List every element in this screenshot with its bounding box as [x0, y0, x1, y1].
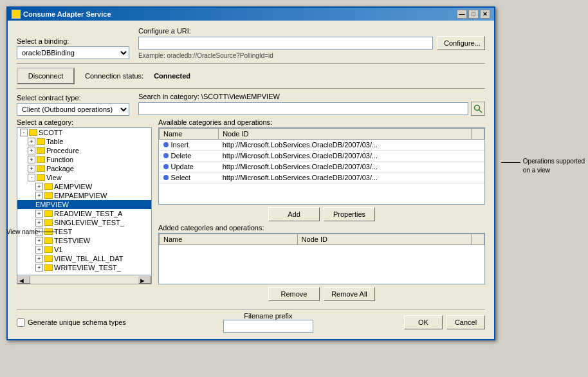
- tree-item-scott[interactable]: - SCOTT: [17, 128, 151, 137]
- expand-icon-aempview[interactable]: +: [35, 183, 43, 190]
- status-value: Connected: [154, 72, 190, 80]
- category-tree[interactable]: - SCOTT + Table +: [17, 127, 152, 275]
- category-label: Select a category:: [17, 118, 152, 126]
- expand-icon-table[interactable]: +: [28, 138, 35, 145]
- folder-icon-function: [37, 156, 45, 163]
- op-dot-insert: [163, 142, 169, 147]
- op-dot-select: [163, 175, 169, 180]
- expand-icon-v1[interactable]: +: [35, 246, 43, 253]
- row-update-name: Update: [171, 163, 194, 170]
- tree-item-package[interactable]: + Package: [17, 164, 151, 173]
- folder-icon-writeview: [44, 264, 53, 271]
- row-insert-extra: [472, 140, 484, 151]
- ok-button[interactable]: OK: [404, 315, 443, 329]
- row-delete-nodeid: http://Microsoft.LobServices.OracleDB/20…: [219, 151, 472, 161]
- configure-button[interactable]: Configure...: [437, 36, 485, 50]
- close-button[interactable]: ✕: [480, 10, 490, 19]
- minimize-button[interactable]: —: [457, 10, 467, 19]
- add-button[interactable]: Add: [268, 207, 320, 221]
- tree-label-v1: V1: [54, 246, 62, 253]
- search-input[interactable]: [138, 102, 468, 115]
- folder-icon-testview: [44, 237, 53, 244]
- search-icon: [473, 104, 482, 113]
- tree-item-v1[interactable]: + V1: [17, 245, 151, 254]
- properties-button[interactable]: Properties: [324, 207, 375, 221]
- table-row[interactable]: Insert http://Microsoft.LobServices.Orac…: [160, 140, 484, 151]
- folder-icon-procedure: [37, 147, 45, 154]
- available-col-extra: [472, 129, 484, 140]
- tree-item-table[interactable]: + Table: [17, 137, 151, 146]
- remove-button[interactable]: Remove: [268, 287, 320, 301]
- folder-icon-viewtbl: [44, 255, 53, 262]
- contract-select[interactable]: Client (Outbound operations): [17, 103, 129, 116]
- tree-item-empview[interactable]: EMPVIEW: [17, 200, 151, 209]
- tree-label-package: Package: [46, 165, 74, 172]
- remove-all-button[interactable]: Remove All: [324, 287, 375, 301]
- expand-icon-function[interactable]: +: [28, 156, 35, 163]
- expand-icon-readview[interactable]: +: [35, 210, 43, 217]
- expand-icon-writeview[interactable]: +: [35, 264, 43, 271]
- window-icon: [12, 10, 21, 19]
- tree-item-testview[interactable]: + TESTVIEW: [17, 236, 151, 245]
- tree-item-view[interactable]: - View: [17, 173, 151, 182]
- maximize-button[interactable]: □: [468, 10, 479, 19]
- svg-point-0: [475, 106, 480, 111]
- uri-example: Example: oracledb://OracleSource?Polling…: [138, 52, 485, 59]
- tree-item-procedure[interactable]: + Procedure: [17, 146, 151, 155]
- expand-icon-testview[interactable]: +: [35, 237, 43, 244]
- search-icon-button[interactable]: [471, 102, 485, 116]
- tree-item-function[interactable]: + Function: [17, 155, 151, 164]
- separator-2: [17, 88, 485, 89]
- uri-input[interactable]: oracledb://adapter/: [138, 37, 433, 50]
- row-select-name: Select: [171, 174, 191, 181]
- folder-icon-empaempview: [44, 192, 53, 199]
- row-delete-extra: [472, 151, 484, 161]
- contract-label: Select contract type:: [17, 94, 129, 102]
- added-col-nodeid: Node ID: [297, 234, 471, 245]
- binding-select[interactable]: oracleDBBinding: [17, 46, 129, 59]
- row-select-extra: [472, 172, 484, 183]
- filename-input[interactable]: [223, 320, 313, 333]
- unique-schema-checkbox[interactable]: [17, 318, 25, 327]
- tree-item-viewtbl[interactable]: + VIEW_TBL_ALL_DAT: [17, 254, 151, 263]
- scroll-left-btn[interactable]: ◄: [17, 276, 30, 284]
- tree-label-scott: SCOTT: [39, 129, 62, 136]
- annotation-view-name-wrapper: View name: [6, 228, 57, 235]
- expand-icon-empaempview[interactable]: +: [35, 192, 43, 199]
- annotation-operations: Operations supported on a view: [501, 157, 585, 175]
- expand-icon-scott[interactable]: -: [20, 129, 28, 136]
- unique-schema-label: Generate unique schema types: [28, 318, 126, 326]
- folder-icon-package: [37, 165, 45, 172]
- tree-item-empaempview[interactable]: + EMPAEMPVIEW: [17, 191, 151, 200]
- uri-label: Configure a URI:: [138, 27, 485, 35]
- folder-icon-table: [37, 138, 45, 145]
- scroll-right-btn[interactable]: ►: [138, 276, 151, 284]
- expand-icon-singleview[interactable]: +: [35, 219, 43, 226]
- row-insert-name: Insert: [171, 141, 189, 149]
- tree-label-readview: READVIEW_TEST_A: [54, 210, 122, 217]
- row-delete-name: Delete: [171, 152, 192, 160]
- tree-item-readview[interactable]: + READVIEW_TEST_A: [17, 209, 151, 218]
- tree-label-procedure: Procedure: [46, 147, 79, 154]
- folder-icon-view: [37, 174, 45, 181]
- expand-icon-procedure[interactable]: +: [28, 147, 35, 154]
- table-row[interactable]: Delete http://Microsoft.LobServices.Orac…: [160, 151, 484, 161]
- table-row[interactable]: Select http://Microsoft.LobServices.Orac…: [160, 172, 484, 183]
- row-update-nodeid: http://Microsoft.LobServices.OracleDB/20…: [219, 161, 472, 172]
- search-label: Search in category: \SCOTT\View\EMPVIEW: [138, 93, 485, 100]
- available-col-name: Name: [160, 129, 219, 140]
- expand-icon-package[interactable]: +: [28, 165, 35, 172]
- added-table: Name Node ID: [158, 233, 485, 284]
- cancel-button[interactable]: Cancel: [446, 315, 485, 329]
- tree-item-aempview[interactable]: + AEMPVIEW: [17, 182, 151, 191]
- disconnect-button[interactable]: Disconnect: [17, 68, 75, 84]
- expand-icon-view[interactable]: -: [28, 174, 35, 181]
- added-col-extra: [472, 234, 484, 245]
- binding-label: Select a binding:: [17, 37, 129, 45]
- expand-icon-viewtbl[interactable]: +: [35, 255, 43, 262]
- table-row[interactable]: Update http://Microsoft.LobServices.Orac…: [160, 161, 484, 172]
- tree-scrollbar-h[interactable]: ◄ ►: [17, 275, 152, 284]
- tree-item-singleview[interactable]: + SINGLEVIEW_TEST_: [17, 218, 151, 227]
- tree-label-function: Function: [46, 156, 73, 163]
- tree-item-writeview[interactable]: + WRITEVIEW_TEST_: [17, 263, 151, 272]
